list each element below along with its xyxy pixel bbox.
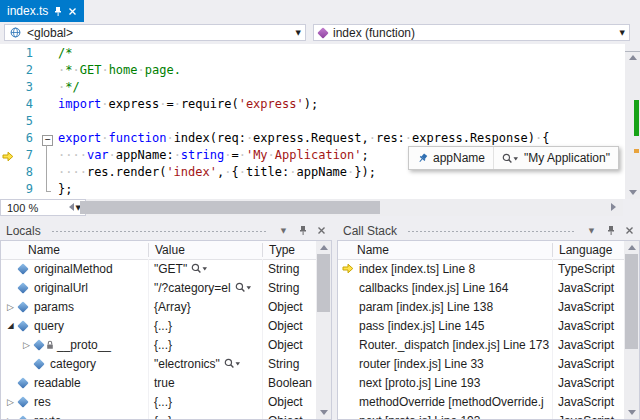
magnifier-icon[interactable] xyxy=(502,153,519,164)
frame-language-cell: JavaScript xyxy=(553,411,624,419)
scroll-down-button[interactable] xyxy=(624,406,639,419)
expander-icon[interactable]: ▷ xyxy=(20,340,33,350)
editor-horizontal-scrollbar[interactable]: 100 % ▼ xyxy=(0,199,640,216)
code-line[interactable]: ····var·appName:·string·=·'My·Applicatio… xyxy=(58,148,369,165)
locals-row[interactable]: ◢query{...}Object xyxy=(1,316,316,335)
variable-icon xyxy=(33,339,44,350)
callstack-row[interactable]: pass [index.js] Line 145JavaScript xyxy=(338,316,624,335)
scroll-right-button[interactable] xyxy=(606,200,621,213)
close-icon[interactable] xyxy=(622,223,637,238)
variable-name: route xyxy=(34,414,61,420)
scroll-thumb[interactable] xyxy=(625,254,638,349)
callstack-row[interactable]: param [index.js] Line 138JavaScript xyxy=(338,297,624,316)
variable-type-cell: Boolean xyxy=(263,373,316,392)
scroll-up-button[interactable] xyxy=(624,241,639,254)
editor-vertical-scrollbar[interactable] xyxy=(625,44,640,199)
frame-language-cell: JavaScript xyxy=(553,316,624,335)
variable-icon xyxy=(17,320,28,331)
variable-name-cell: readable xyxy=(1,373,149,392)
scope-dropdown[interactable]: <global> ▼ xyxy=(4,24,306,41)
column-header-name[interactable]: Name xyxy=(1,241,149,259)
expander-icon[interactable]: ◢ xyxy=(4,321,17,330)
document-tab[interactable]: index.ts xyxy=(0,0,84,22)
callstack-row[interactable]: next [proto.js] Line 193JavaScript xyxy=(338,411,624,419)
locals-row[interactable]: originalMethod"GET"String xyxy=(1,259,316,278)
code-line[interactable]: ·*·GET·home·page. xyxy=(58,63,181,80)
horizontal-scroll-thumb[interactable] xyxy=(80,201,380,214)
code-line[interactable]: }; xyxy=(58,182,72,199)
variable-type-cell: Object xyxy=(263,297,316,316)
scroll-down-button[interactable] xyxy=(316,406,331,419)
code-line[interactable]: import·express·=·require('express'); xyxy=(58,97,318,114)
variable-type: Object xyxy=(268,414,303,420)
locals-scrollbar[interactable] xyxy=(316,241,331,419)
scroll-left-button[interactable] xyxy=(64,200,79,213)
pin-icon[interactable] xyxy=(417,153,428,164)
locals-rows: originalMethod"GET"StringoriginalUrl"/?c… xyxy=(1,259,316,419)
callstack-row[interactable]: index [index.ts] Line 8TypeScript xyxy=(338,259,624,278)
variable-value: {...} xyxy=(154,319,172,333)
callstack-scrollbar[interactable] xyxy=(624,241,639,419)
variable-value-cell: {...} xyxy=(149,392,263,411)
member-label: index (function) xyxy=(333,26,415,40)
callstack-row[interactable]: methodOverride [methodOverride.jJavaScri… xyxy=(338,392,624,411)
chevron-down-icon: ▼ xyxy=(620,29,625,37)
close-icon[interactable] xyxy=(68,7,77,16)
locals-row[interactable]: readabletrueBoolean xyxy=(1,373,316,392)
expander-icon[interactable]: ▷ xyxy=(4,302,17,312)
locals-panel: Locals ▼ Name Value Type xyxy=(0,221,332,420)
column-header-name[interactable]: Name xyxy=(338,241,553,259)
pin-icon[interactable] xyxy=(295,223,310,238)
title-grip xyxy=(51,229,267,234)
close-icon[interactable] xyxy=(314,223,329,238)
locals-row[interactable]: ▷route{...}Object xyxy=(1,411,316,419)
locals-row[interactable]: category"electronics"String xyxy=(1,354,316,373)
magnifier-icon[interactable] xyxy=(224,358,241,369)
callstack-title-bar[interactable]: Call Stack ▼ xyxy=(337,221,640,240)
expander-icon[interactable]: ▷ xyxy=(4,416,17,420)
datatip-value-section: "My Application" xyxy=(493,147,618,169)
column-header-language[interactable]: Language xyxy=(553,241,626,259)
frame-name-cell: next [proto.js] Line 193 xyxy=(338,373,553,392)
frame-language: JavaScript xyxy=(558,281,614,295)
code-line[interactable]: /* xyxy=(58,46,72,63)
scroll-up-button[interactable] xyxy=(625,51,640,64)
callstack-row[interactable]: Router._dispatch [index.js] Line 173Java… xyxy=(338,335,624,354)
frame-name-cell: router [index.js] Line 33 xyxy=(338,354,553,373)
fold-collapse-button[interactable]: − xyxy=(42,135,53,146)
panel-title: Call Stack xyxy=(343,224,397,238)
column-header-value[interactable]: Value xyxy=(149,241,263,259)
window-position-icon[interactable]: ▼ xyxy=(276,223,291,238)
current-line-marker xyxy=(634,149,639,153)
code-line[interactable]: ····res.render('index',·{·title:·appName… xyxy=(58,165,376,182)
scroll-up-button[interactable] xyxy=(316,241,331,254)
vs-debug-window: index.ts <global> ▼ index (function) ▼ xyxy=(0,0,640,420)
tab-title: index.ts xyxy=(7,4,48,18)
scroll-thumb[interactable] xyxy=(317,254,330,312)
window-position-icon[interactable]: ▼ xyxy=(584,223,599,238)
frame-name-cell: index [index.ts] Line 8 xyxy=(338,259,553,278)
locals-row[interactable]: ▷__proto__{...}Object xyxy=(1,335,316,354)
code-editor[interactable]: appName "My Application" 1/*2·*·GET·home… xyxy=(0,44,625,199)
callstack-row[interactable]: next [proto.js] Line 193JavaScript xyxy=(338,373,624,392)
code-line[interactable]: ·*/ xyxy=(58,80,80,97)
locals-row[interactable]: ▷params{Array}Object xyxy=(1,297,316,316)
locals-title-bar[interactable]: Locals ▼ xyxy=(0,221,332,240)
member-dropdown[interactable]: index (function) ▼ xyxy=(313,24,630,41)
pin-icon[interactable] xyxy=(603,223,618,238)
locals-row[interactable]: ▷res{...}Object xyxy=(1,392,316,411)
frame-name-cell: pass [index.js] Line 145 xyxy=(338,316,553,335)
line-number: 1 xyxy=(0,46,33,63)
variable-type: Object xyxy=(268,395,303,409)
callstack-row[interactable]: callbacks [index.js] Line 164JavaScript xyxy=(338,278,624,297)
expander-icon[interactable]: ▷ xyxy=(4,397,17,407)
column-header-type[interactable]: Type xyxy=(263,241,317,259)
line-number: 3 xyxy=(0,80,33,97)
scroll-down-button[interactable] xyxy=(625,186,640,199)
pin-icon[interactable] xyxy=(54,6,62,17)
magnifier-icon[interactable] xyxy=(235,282,252,293)
magnifier-icon[interactable] xyxy=(191,263,208,274)
callstack-row[interactable]: router [index.js] Line 33JavaScript xyxy=(338,354,624,373)
variable-icon xyxy=(17,301,28,312)
locals-row[interactable]: originalUrl"/?category=elString xyxy=(1,278,316,297)
